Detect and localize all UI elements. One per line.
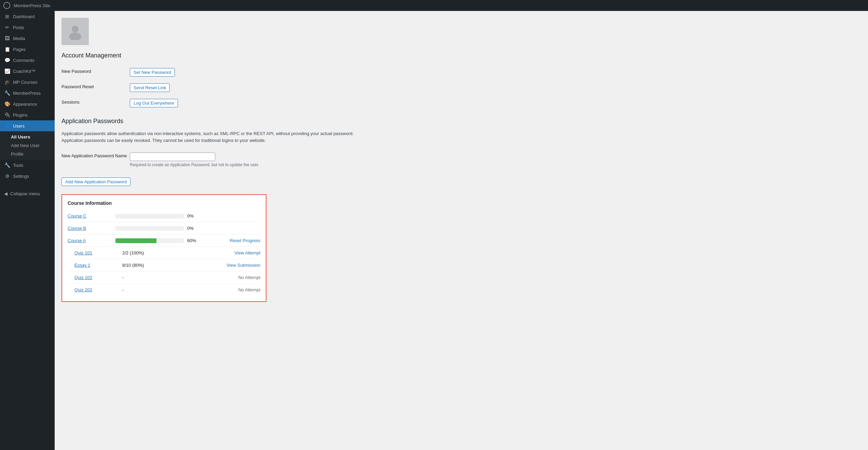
quiz-102-score-area: -: [122, 275, 238, 280]
sessions-label: Sessions: [61, 95, 130, 111]
pages-icon: 📋: [4, 47, 10, 52]
wordpress-icon: [3, 2, 10, 9]
quiz-102-no-attempt: No Attempt: [238, 275, 260, 280]
comments-icon: 💬: [4, 57, 10, 63]
avatar: [61, 18, 89, 45]
sidebar-item-dashboard[interactable]: ⊞ Dashboard: [0, 11, 55, 22]
svg-point-0: [72, 26, 79, 32]
course-b-name[interactable]: Course B: [68, 226, 115, 231]
collapse-icon: ◀: [4, 191, 8, 196]
app-password-input-note: Required to create an Application Passwo…: [130, 162, 861, 167]
quiz-101-name[interactable]: Quiz 101: [74, 250, 122, 255]
account-management-title: Account Management: [61, 52, 861, 59]
new-app-password-label: New Application Password Name: [61, 149, 130, 171]
user-avatar-section: [61, 18, 861, 45]
site-name: MemberPress Site: [14, 3, 50, 8]
settings-icon: ⚙: [4, 173, 10, 179]
quiz-102-name[interactable]: Quiz 102: [74, 275, 122, 280]
quiz-101-score-area: 2/2 (100%): [122, 250, 234, 255]
course-row-a: Course A 60% Reset Progress: [68, 235, 260, 247]
course-b-progress-text: 0%: [187, 226, 208, 231]
collapse-menu-button[interactable]: ◀ Collapse menu: [0, 188, 55, 199]
quiz-102-score: -: [122, 275, 143, 280]
password-reset-label: Password Reset: [61, 80, 130, 95]
admin-bar: MemberPress Site: [0, 0, 868, 11]
appearance-icon: 🎨: [4, 101, 10, 107]
sidebar-item-appearance[interactable]: 🎨 Appearance: [0, 98, 55, 109]
course-a-progress-bar-fill: [115, 238, 156, 243]
sidebar-item-tools[interactable]: 🔧 Tools: [0, 160, 55, 171]
app-passwords-description: Application passwords allow authenticati…: [61, 130, 369, 144]
course-c-progress-area: 0%: [115, 213, 260, 219]
send-reset-link-button[interactable]: Send Reset Link: [130, 83, 170, 92]
course-information-box: Course Information Course C 0% Course B …: [61, 194, 266, 302]
sidebar-item-mp-courses[interactable]: 🎓 MP Courses: [0, 77, 55, 88]
svg-point-1: [69, 32, 81, 40]
quiz-202-no-attempt: No Attempt: [238, 287, 260, 292]
memberpress-icon: 🔧: [4, 90, 10, 96]
quiz-202-name[interactable]: Quiz 202: [74, 287, 122, 292]
course-information-title: Course Information: [68, 200, 260, 206]
media-icon: 🖼: [4, 36, 10, 41]
quiz-row-102: Quiz 102 - No Attempt: [68, 272, 260, 284]
sidebar-item-settings[interactable]: ⚙ Settings: [0, 171, 55, 182]
course-c-progress-text: 0%: [187, 213, 208, 219]
dashboard-icon: ⊞: [4, 14, 10, 19]
course-a-reset-progress[interactable]: Reset Progress: [230, 238, 260, 243]
course-b-progress-bar-bg: [115, 226, 184, 231]
quiz-row-101: Quiz 101 2/2 (100%) View Attempt: [68, 247, 260, 259]
quiz-202-score: -: [122, 287, 143, 292]
course-b-progress-area: 0%: [115, 226, 260, 231]
submenu-item-all-users[interactable]: All Users: [0, 133, 55, 141]
sidebar-item-users[interactable]: 👤 Users: [0, 120, 55, 131]
course-row-c: Course C 0%: [68, 210, 260, 222]
account-management-table: New Password Set New Password Password R…: [61, 65, 861, 111]
course-a-progress-text: 60%: [187, 238, 208, 243]
log-out-everywhere-button[interactable]: Log Out Everywhere: [130, 99, 178, 107]
essay-row-1: Essay 1 8/10 (80%) View Submission: [68, 259, 260, 272]
course-row-b: Course B 0%: [68, 222, 260, 235]
tools-icon: 🔧: [4, 162, 10, 168]
app-passwords-title: Application Passwords: [61, 118, 861, 125]
users-submenu: All Users Add New User Profile: [0, 131, 55, 160]
submenu-item-add-new-user[interactable]: Add New User: [0, 141, 55, 150]
quiz-101-score: 2/2 (100%): [122, 250, 144, 255]
sidebar: ⊞ Dashboard ✏ Posts 🖼 Media 📋 Pages 💬 Co…: [0, 11, 55, 450]
course-a-name[interactable]: Course A: [68, 238, 115, 243]
avatar-icon: [67, 23, 84, 40]
app-passwords-table: New Application Password Name Required t…: [61, 149, 861, 171]
new-password-label: New Password: [61, 65, 130, 80]
essay-1-score: 8/10 (80%): [122, 263, 144, 268]
sidebar-item-comments[interactable]: 💬 Comments: [0, 55, 55, 66]
quiz-202-score-area: -: [122, 287, 238, 292]
sidebar-item-plugins[interactable]: 🔌 Plugins: [0, 109, 55, 120]
coachkit-icon: 📈: [4, 68, 10, 74]
sidebar-item-media[interactable]: 🖼 Media: [0, 33, 55, 44]
submenu-item-profile[interactable]: Profile: [0, 150, 55, 158]
mp-courses-icon: 🎓: [4, 79, 10, 85]
course-a-progress-bar-bg: [115, 238, 184, 243]
plugins-icon: 🔌: [4, 112, 10, 118]
new-app-password-input[interactable]: [130, 153, 215, 161]
set-new-password-button[interactable]: Set New Password: [130, 68, 175, 77]
course-a-progress-area: 60%: [115, 238, 230, 243]
sidebar-item-memberpress[interactable]: 🔧 MemberPress: [0, 88, 55, 98]
sidebar-item-pages[interactable]: 📋 Pages: [0, 44, 55, 55]
sidebar-item-posts[interactable]: ✏ Posts: [0, 22, 55, 33]
quiz-row-202: Quiz 202 - No Attempt: [68, 284, 260, 296]
main-content: Account Management New Password Set New …: [55, 11, 868, 450]
essay-1-view-submission[interactable]: View Submission: [226, 263, 260, 268]
sidebar-item-coachkit[interactable]: 📈 CoachKit™: [0, 66, 55, 77]
posts-icon: ✏: [4, 25, 10, 30]
essay-1-score-area: 8/10 (80%): [122, 263, 226, 268]
quiz-101-view-attempt[interactable]: View Attempt: [234, 250, 260, 255]
users-icon: 👤: [4, 123, 10, 129]
course-c-name[interactable]: Course C: [68, 213, 115, 219]
essay-1-name[interactable]: Essay 1: [74, 263, 122, 268]
add-new-application-password-button[interactable]: Add New Application Password: [61, 177, 130, 186]
course-c-progress-bar-bg: [115, 214, 184, 219]
